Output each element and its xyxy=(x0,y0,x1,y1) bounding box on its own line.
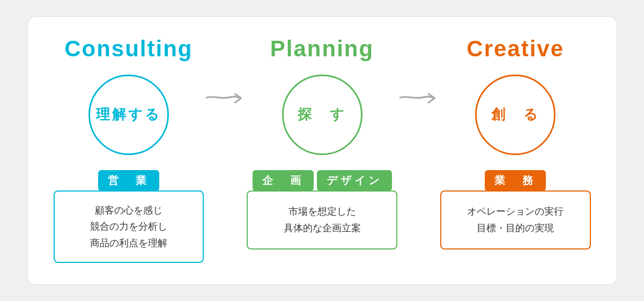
main-card: Consulting理解する営 業顧客の心を感じ競合の力を分析し商品の利点を理解… xyxy=(27,16,617,285)
title-creative: Creative xyxy=(467,36,564,62)
info-box-consulting: 顧客の心を感じ競合の力を分析し商品の利点を理解 xyxy=(54,190,204,263)
info-text-creative: オペレーションの実行 xyxy=(467,203,564,220)
badge-wrapper-creative: 業 務オペレーションの実行目標・目的の実現 xyxy=(440,170,591,249)
badge-planning-デザイン: デザイン xyxy=(317,170,392,191)
badge-planning-企　画: 企 画 xyxy=(253,170,314,191)
column-consulting: Consulting理解する営 業顧客の心を感じ競合の力を分析し商品の利点を理解 xyxy=(54,36,204,263)
badge-row-consulting: 営 業 xyxy=(98,170,159,190)
info-text-consulting: 顧客の心を感じ xyxy=(95,202,162,219)
info-text-creative: 目標・目的の実現 xyxy=(477,220,554,237)
arrow-1 xyxy=(204,36,247,107)
info-text-consulting: 商品の利点を理解 xyxy=(90,235,167,252)
arrow-icon xyxy=(399,90,438,107)
badge-row-planning: 企 画デザイン xyxy=(253,170,392,190)
arrow-icon xyxy=(206,90,245,107)
info-text-planning: 市場を想定した xyxy=(288,203,356,220)
info-text-consulting: 競合の力を分析し xyxy=(90,218,167,235)
circle-consulting: 理解する xyxy=(88,75,169,155)
title-consulting: Consulting xyxy=(64,36,193,62)
badge-consulting-営　業: 営 業 xyxy=(98,170,159,191)
badge-wrapper-consulting: 営 業顧客の心を感じ競合の力を分析し商品の利点を理解 xyxy=(54,170,204,263)
badge-creative-業　務: 業 務 xyxy=(485,170,546,191)
info-box-planning: 市場を想定した具体的な企画立案 xyxy=(247,190,397,249)
badge-wrapper-planning: 企 画デザイン市場を想定した具体的な企画立案 xyxy=(247,170,397,249)
title-planning: Planning xyxy=(270,36,374,62)
circle-planning: 探 す xyxy=(282,75,362,155)
circle-creative: 創 る xyxy=(475,75,556,155)
info-text-planning: 具体的な企画立案 xyxy=(284,220,361,237)
badge-row-creative: 業 務 xyxy=(485,170,546,190)
info-box-creative: オペレーションの実行目標・目的の実現 xyxy=(440,190,591,249)
column-planning: Planning探 す企 画デザイン市場を想定した具体的な企画立案 xyxy=(247,36,397,249)
column-creative: Creative創 る業 務オペレーションの実行目標・目的の実現 xyxy=(440,36,591,249)
arrow-2 xyxy=(397,36,440,107)
